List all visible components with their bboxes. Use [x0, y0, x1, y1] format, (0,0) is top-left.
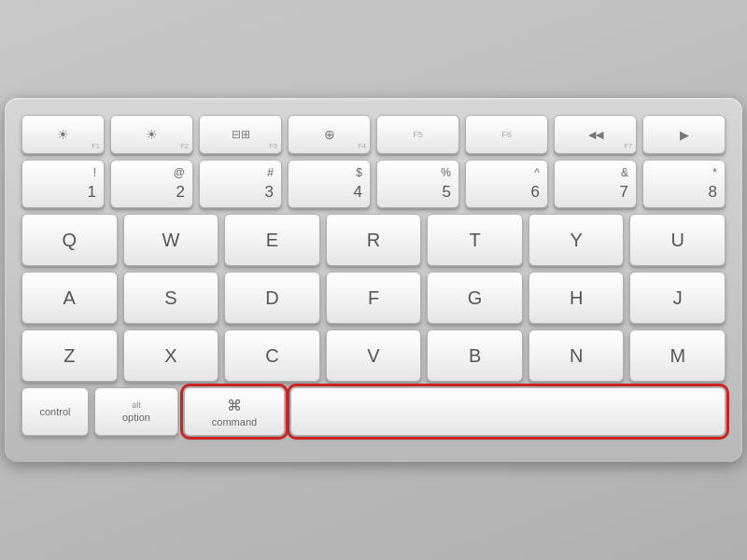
asdf-row: A S D F G H J [21, 272, 726, 324]
key-1[interactable]: !1 [21, 160, 105, 208]
keyboard: ☀ F1 ☀ F2 ⊟⊞ F3 ⊕ F4 F5 [5, 98, 742, 462]
key-command[interactable]: ⌘ command [184, 387, 285, 436]
key-h[interactable]: H [529, 272, 625, 324]
key-b[interactable]: B [427, 329, 523, 382]
command-label: command [212, 416, 257, 427]
key-q[interactable]: Q [21, 214, 118, 266]
key-r[interactable]: R [326, 214, 422, 266]
key-u[interactable]: U [629, 214, 726, 266]
key-spacebar[interactable] [290, 387, 726, 436]
key-f8[interactable]: ▶ [642, 115, 726, 154]
key-7[interactable]: &7 [554, 160, 637, 208]
key-f2[interactable]: ☀ F2 [110, 115, 193, 154]
key-f6[interactable]: F6 [465, 115, 548, 154]
key-6[interactable]: ^6 [465, 160, 548, 208]
command-symbol: ⌘ [227, 397, 242, 414]
option-label: option [122, 412, 150, 423]
key-y[interactable]: Y [529, 214, 625, 266]
bottom-row: control alt option ⌘ command [21, 387, 726, 436]
key-v[interactable]: V [326, 329, 422, 382]
key-f1[interactable]: ☀ F1 [21, 115, 105, 154]
key-control[interactable]: control [21, 387, 89, 436]
key-3[interactable]: #3 [199, 160, 282, 208]
key-s[interactable]: S [123, 272, 219, 324]
key-f5[interactable]: F5 [376, 115, 459, 154]
key-f4[interactable]: ⊕ F4 [288, 115, 371, 154]
key-d[interactable]: D [224, 272, 320, 324]
key-n[interactable]: N [529, 329, 625, 382]
number-row: !1 @2 #3 $4 %5 ^6 &7 *8 [21, 160, 726, 208]
control-label: control [39, 406, 70, 417]
fn-row: ☀ F1 ☀ F2 ⊟⊞ F3 ⊕ F4 F5 [21, 115, 726, 154]
zxcv-row: Z X C V B N M [21, 329, 726, 382]
key-f3[interactable]: ⊟⊞ F3 [199, 115, 282, 154]
key-4[interactable]: $4 [288, 160, 371, 208]
key-e[interactable]: E [224, 214, 320, 266]
key-a[interactable]: A [21, 272, 118, 324]
qwerty-row: Q W E R T Y U [21, 214, 726, 266]
option-sub-label: alt [132, 400, 141, 410]
key-c[interactable]: C [224, 329, 320, 382]
key-8[interactable]: *8 [642, 160, 726, 208]
key-f[interactable]: F [326, 272, 422, 324]
key-f7[interactable]: ◀◀ F7 [554, 115, 637, 154]
key-option[interactable]: alt option [94, 387, 178, 436]
key-2[interactable]: @2 [110, 160, 193, 208]
key-z[interactable]: Z [21, 329, 118, 382]
key-m[interactable]: M [629, 329, 726, 382]
key-g[interactable]: G [427, 272, 523, 324]
key-j[interactable]: J [629, 272, 726, 324]
key-t[interactable]: T [427, 214, 523, 266]
key-5[interactable]: %5 [376, 160, 459, 208]
key-x[interactable]: X [123, 329, 219, 382]
key-w[interactable]: W [123, 214, 219, 266]
